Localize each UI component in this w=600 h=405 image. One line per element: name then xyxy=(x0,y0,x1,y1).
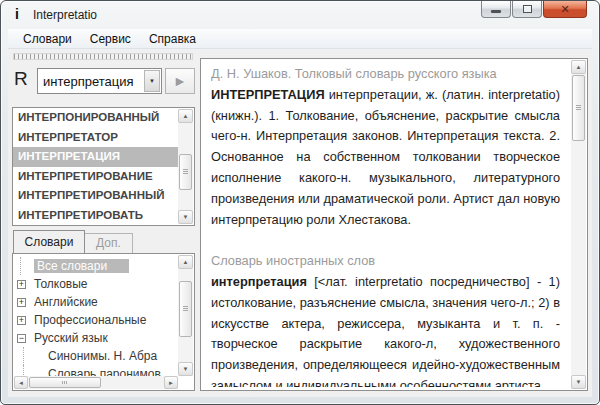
window-controls: ✕ xyxy=(480,1,587,18)
dictionary-entry: Д. Н. Ушаков. Толковый словарь русского … xyxy=(211,64,560,230)
word-list-item[interactable]: ИНТЕРПРЕТИРОВАНИЕ xyxy=(13,167,178,187)
tree-item-label[interactable]: Толковые xyxy=(31,277,91,291)
entry-text: интерпретации, ж. (латин. interpretatio)… xyxy=(211,87,560,227)
dictionary-entry: Словарь иностранных слов интерпретация [… xyxy=(211,251,560,387)
word-list-item[interactable]: ИНТЕРПОНИРОВАННЫЙ xyxy=(13,108,178,128)
word-list: ИНТЕРПОНИРОВАННЫЙ ИНТЕРПРЕТАТОР ИНТЕРПРЕ… xyxy=(12,107,195,226)
search-input-value[interactable]: интерпретация xyxy=(43,74,134,89)
tree-item-paronyms[interactable]: Словарь паронимов xyxy=(14,365,178,376)
language-label: R xyxy=(14,68,28,90)
tree-item-explanatory[interactable]: + Толковые xyxy=(14,275,178,293)
window-title: Interpretatio xyxy=(33,8,97,22)
menu-bar: Словари Сервис Справка xyxy=(8,29,592,49)
tree-item-all-dictionaries[interactable]: Все словари xyxy=(14,257,178,275)
chevron-down-icon: ▼ xyxy=(149,78,155,84)
combobox-dropdown-button[interactable]: ▼ xyxy=(144,70,160,92)
scroll-up-icon[interactable]: ▲ xyxy=(178,255,193,269)
tree-item-label[interactable]: Профессиональные xyxy=(31,313,149,327)
maximize-button[interactable] xyxy=(512,1,542,18)
entry-body: интерпретация [<лат. interpretatio посре… xyxy=(211,272,560,387)
tree-expand-icon[interactable]: + xyxy=(17,298,26,307)
maximize-icon xyxy=(523,5,532,13)
entry-headword: интерпретация xyxy=(211,274,307,289)
entry-text: [<лат. interpretatio посредничество] - 1… xyxy=(211,274,560,387)
menu-item-dictionaries[interactable]: Словари xyxy=(14,30,81,48)
scroll-up-icon[interactable]: ▲ xyxy=(571,60,586,74)
scroll-left-icon[interactable]: ◄ xyxy=(14,376,28,389)
minimize-button[interactable] xyxy=(481,1,511,18)
tree-item-label[interactable]: Синонимы. Н. Абра xyxy=(45,349,160,363)
tab-strip: Словари Доп. xyxy=(12,230,195,253)
play-icon: ► xyxy=(173,74,187,88)
scroll-down-icon[interactable]: ▼ xyxy=(178,362,193,376)
tree-item-label[interactable]: Английские xyxy=(31,295,101,309)
search-combobox[interactable]: интерпретация ▼ xyxy=(37,68,162,94)
scrollbar-thumb[interactable] xyxy=(29,377,101,388)
left-panel: R интерпретация ▼ ► ИНТЕРПОНИРОВАННЫЙ ИН… xyxy=(12,53,195,391)
article-scrollbar[interactable]: ▲ ▼ xyxy=(571,60,586,389)
word-list-item[interactable]: ИНТЕРПРЕТИРОВАТЬ xyxy=(13,206,178,226)
tree-viewport: Все словари + Толковые + Английские + Пр… xyxy=(14,257,178,376)
tree-guide-line xyxy=(20,257,34,275)
titlebar[interactable]: i Interpretatio ✕ xyxy=(1,1,599,29)
app-icon: i xyxy=(15,6,19,22)
search-toolbar: R интерпретация ▼ ► xyxy=(12,68,195,95)
tab-additional[interactable]: Доп. xyxy=(85,233,133,253)
tree-expand-icon[interactable]: + xyxy=(17,316,26,325)
article-pane: Д. Н. Ушаков. Толковый словарь русского … xyxy=(200,58,588,391)
entry-source: Д. Н. Ушаков. Толковый словарь русского … xyxy=(211,64,560,85)
scrollbar-thumb[interactable] xyxy=(572,75,585,141)
word-list-item[interactable]: ИНТЕРПРЕТАТОР xyxy=(13,128,178,148)
tree-item-english[interactable]: + Английские xyxy=(14,293,178,311)
tree-item-professional[interactable]: + Профессиональные xyxy=(14,311,178,329)
scroll-up-icon[interactable]: ▲ xyxy=(178,109,193,123)
entry-source: Словарь иностранных слов xyxy=(211,251,560,272)
article-content: Д. Н. Ушаков. Толковый словарь русского … xyxy=(211,64,560,387)
tree-item-label[interactable]: Словарь паронимов xyxy=(45,367,164,376)
tree-item-russian[interactable]: − Русский язык xyxy=(14,329,178,347)
scrollbar-thumb[interactable] xyxy=(179,281,192,337)
tree-item-synonyms[interactable]: Синонимы. Н. Абра xyxy=(14,347,178,365)
search-go-button[interactable]: ► xyxy=(165,68,195,94)
tab-dictionaries[interactable]: Словари xyxy=(13,230,85,253)
dictionary-tree: Все словари + Толковые + Английские + Пр… xyxy=(12,253,195,391)
client-area: R интерпретация ▼ ► ИНТЕРПОНИРОВАННЫЙ ИН… xyxy=(8,49,592,397)
tree-vertical-scrollbar[interactable]: ▲ ▼ xyxy=(178,255,193,376)
tree-item-label[interactable]: Все словари xyxy=(34,259,129,273)
entry-headword: ИНТЕРПРЕТАЦИЯ xyxy=(211,87,325,102)
word-list-item-selected[interactable]: ИНТЕРПРЕТАЦИЯ xyxy=(13,147,178,167)
tree-item-label[interactable]: Русский язык xyxy=(31,331,111,345)
word-list-item[interactable]: ИНТЕРПРЕТИРОВАННЫЙ xyxy=(13,186,178,206)
tree-collapse-icon[interactable]: − xyxy=(17,334,26,343)
scroll-down-icon[interactable]: ▼ xyxy=(571,375,586,389)
minimize-icon xyxy=(491,10,501,13)
app-window: i Interpretatio ✕ Словари Сервис Справка… xyxy=(0,0,600,405)
tree-expand-icon[interactable]: + xyxy=(17,280,26,289)
toolbar-gripper[interactable] xyxy=(13,53,193,60)
word-list-scrollbar[interactable]: ▲ ▼ xyxy=(178,109,193,224)
close-icon: ✕ xyxy=(560,4,569,15)
tree-guide-line xyxy=(23,365,45,376)
scroll-right-icon[interactable]: ► xyxy=(164,376,178,389)
scrollbar-thumb[interactable] xyxy=(179,154,192,190)
menu-item-help[interactable]: Справка xyxy=(140,30,205,48)
tree-guide-line xyxy=(23,347,45,365)
close-button[interactable]: ✕ xyxy=(543,1,587,18)
entry-body: ИНТЕРПРЕТАЦИЯ интерпретации, ж. (латин. … xyxy=(211,85,560,231)
scroll-down-icon[interactable]: ▼ xyxy=(178,210,193,224)
tree-horizontal-scrollbar[interactable]: ◄ ► xyxy=(14,376,178,389)
menu-item-service[interactable]: Сервис xyxy=(81,30,140,48)
